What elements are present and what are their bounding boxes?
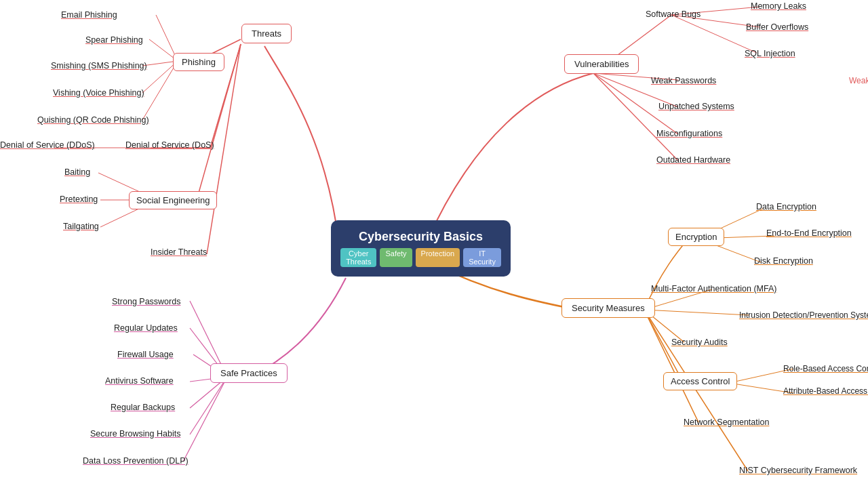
- spear-phishing: Spear Phishing: [85, 35, 143, 45]
- insider-threats: Insider Threats: [151, 247, 207, 257]
- branch-security-measures: Security Measures: [561, 298, 655, 318]
- secure-browsing-habits: Secure Browsing Habits: [90, 429, 180, 439]
- svg-line-38: [190, 377, 227, 434]
- email-phishing: Email Phishing: [61, 10, 117, 20]
- access-control-node: Access Control: [663, 372, 737, 390]
- social-label: Social Engineering: [136, 195, 210, 205]
- branch-safe-practices: Safe Practices: [210, 363, 288, 383]
- center-node: Cybersecurity Basics Cyber Threats Safet…: [331, 220, 511, 277]
- weak-passwords: Weak Passwords: [651, 76, 716, 85]
- strong-passwords: Strong Passwords: [112, 297, 180, 306]
- svg-line-31: [644, 310, 698, 422]
- end-to-end-encryption: End-to-End Encryption: [766, 228, 852, 238]
- svg-line-17: [671, 15, 757, 53]
- security-measures-label: Security Measures: [572, 303, 645, 313]
- encryption-label: Encryption: [675, 232, 717, 242]
- branch-vulnerabilities: Vulnerabilities: [564, 54, 639, 74]
- abac: Attribute-Based Access Co: [783, 386, 868, 396]
- misconfigurations: Misconfigurations: [656, 129, 722, 138]
- svg-line-26: [644, 310, 749, 315]
- unpatched-systems: Unpatched Systems: [658, 102, 734, 111]
- sql-injection: SQL Injection: [745, 49, 795, 58]
- weak-partial: Weak: [849, 76, 868, 85]
- antivirus-software: Antivirus Software: [105, 376, 174, 386]
- center-title: Cybersecurity Basics: [346, 230, 496, 244]
- tag-cyber: Cyber Threats: [340, 248, 376, 267]
- data-encryption: Data Encryption: [756, 202, 816, 211]
- mfa: Multi-Factor Authentication (MFA): [651, 284, 776, 293]
- dos: Denial of Service (DoS): [125, 140, 214, 150]
- security-audits: Security Audits: [671, 338, 728, 347]
- svg-line-5: [142, 61, 178, 120]
- rbac: Role-Based Access Control: [783, 364, 868, 373]
- dlp: Data Loss Prevention (DLP): [83, 456, 189, 466]
- memory-leaks: Memory Leaks: [751, 1, 806, 11]
- safe-practices-label: Safe Practices: [220, 368, 277, 378]
- vulnerabilities-label: Vulnerabilities: [574, 59, 629, 69]
- phishing-node: Phishing: [173, 53, 224, 71]
- access-control-label: Access Control: [671, 376, 730, 386]
- firewall-usage: Firewall Usage: [117, 350, 174, 359]
- encryption-node: Encryption: [668, 228, 724, 246]
- baiting: Baiting: [64, 167, 90, 177]
- quishing: Quishing (QR Code Phishing): [37, 115, 149, 125]
- disk-encryption: Disk Encryption: [754, 256, 813, 266]
- regular-backups: Regular Backups: [111, 403, 175, 412]
- tag-protection: Protection: [416, 248, 460, 267]
- ids: Intrusion Detection/Prevention Systems (…: [739, 310, 868, 320]
- tag-container: Cyber Threats Safety Protection IT Secur…: [346, 248, 496, 267]
- network-segmentation: Network Segmentation: [684, 418, 769, 427]
- branch-threats: Threats: [241, 24, 292, 43]
- smishing: Smishing (SMS Phishing): [51, 61, 147, 70]
- buffer-overflows: Buffer Overflows: [746, 22, 808, 32]
- phishing-label: Phishing: [182, 57, 216, 67]
- threats-label: Threats: [252, 28, 281, 39]
- outdated-hardware: Outdated Hardware: [656, 155, 730, 165]
- tag-safety: Safety: [380, 248, 412, 267]
- svg-line-39: [183, 377, 227, 462]
- ddos: Denial of Service (DDoS): [0, 140, 95, 150]
- tailgating: Tailgating: [63, 222, 99, 231]
- tag-it: IT Security: [463, 248, 501, 267]
- svg-line-21: [593, 73, 678, 161]
- pretexting: Pretexting: [60, 195, 98, 204]
- software-bugs: Software Bugs: [646, 9, 701, 19]
- vishing: Vishing (Voice Phishing): [53, 88, 144, 98]
- social-engineering-node: Social Engineering: [129, 191, 217, 209]
- regular-updates: Regular Updates: [114, 323, 178, 333]
- svg-line-32: [644, 310, 748, 471]
- nist-framework: NIST Cybersecurity Framework: [739, 466, 857, 475]
